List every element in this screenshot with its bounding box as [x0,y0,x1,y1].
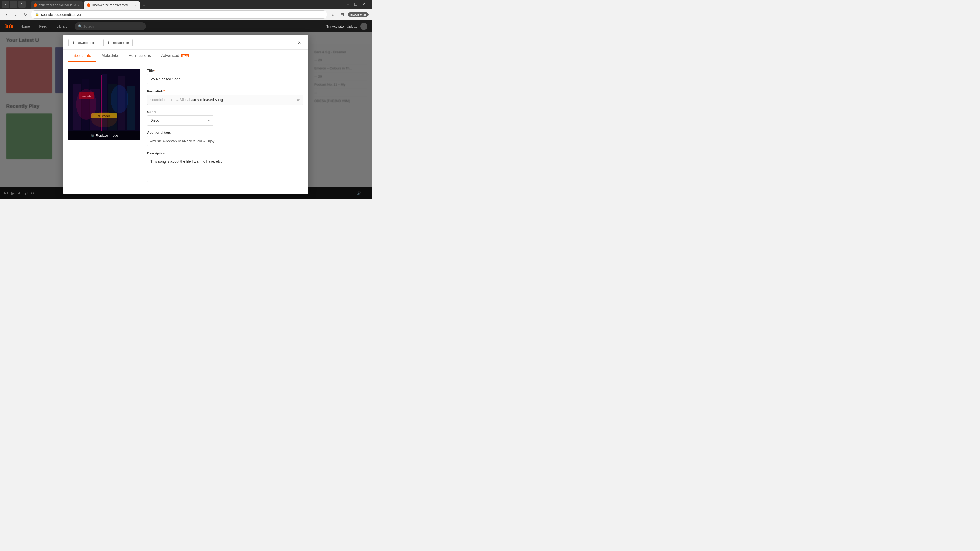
address-text: soundcloud.com/discover [41,13,81,17]
nav-back-btn[interactable]: ‹ [2,1,9,8]
window-control-buttons: − □ × [342,1,369,8]
download-icon: ⬇ [72,41,75,44]
artwork-svg: Coca-Cola CITYWALK [68,68,140,140]
permalink-display: soundcloud.com/a24beaba/my-released-song [147,95,303,105]
tags-label: Additional tags [147,130,303,135]
title-required-star: * [154,68,156,73]
forward-button[interactable]: › [12,11,19,18]
search-placeholder: Search [83,24,94,28]
soundcloud-logo[interactable]: ≋≋ [4,23,13,30]
tags-value: #music #Rockabilly #Rock & Roll #Enjoy [150,139,215,143]
artwork-section: Coca-Cola CITYWALK [68,68,140,188]
description-field-group: Description This song is about the life … [147,151,303,183]
lock-icon: 🔒 [35,13,39,16]
svg-point-20 [91,112,117,127]
permalink-required-star: * [163,89,165,93]
nav-library[interactable]: Library [54,23,69,29]
track-edit-modal: ⬇ Download file ⬆ Replace file × Basic i… [63,35,308,194]
replace-image-text: 📷 Replace image [71,134,137,138]
title-label: Title* [147,68,303,73]
tab2-favicon [87,3,90,7]
replace-icon: ⬆ [107,41,110,44]
address-bar[interactable]: 🔒 soundcloud.com/discover [30,11,328,19]
download-file-button[interactable]: ⬇ Download file [68,39,100,46]
permalink-base: soundcloud.com/a24beaba/ [150,98,194,102]
split-view-button[interactable]: ⊞ [339,11,346,18]
nav-forward-btn[interactable]: › [10,1,18,8]
replace-image-label: Replace image [96,134,118,138]
replace-file-label: Replace file [111,41,129,44]
modal-overlay: ⬇ Download file ⬆ Replace file × Basic i… [0,32,372,199]
tab2-close[interactable]: × [134,3,137,7]
title-field-group: Title* [147,68,303,84]
tab2-label: Discover the top streamed mus... [92,3,133,7]
soundcloud-logo-icon: ≋≋ [4,23,13,30]
replace-image-overlay[interactable]: 📷 Replace image [68,131,140,140]
nav-home[interactable]: Home [18,23,32,29]
description-label: Description [147,151,303,155]
title-input[interactable] [147,74,303,84]
user-avatar[interactable] [360,23,368,30]
tab-advanced[interactable]: Advanced NEW [156,50,194,62]
page-background: ≋≋ Home Feed Library 🔍 Search Try Activa… [0,21,372,199]
bookmark-button[interactable]: ☆ [329,11,337,18]
permalink-field-group: Permalink* soundcloud.com/a24beaba/my-re… [147,89,303,105]
tab-soundcloud-tracks[interactable]: Your tracks on SoundCloud × [30,1,83,9]
maximize-button[interactable]: □ [352,1,360,8]
tab-advanced-label: Advanced [161,53,179,58]
genre-field-group: Genre Disco Pop Rock Hip-Hop Electronic … [147,110,303,125]
search-bar[interactable]: 🔍 Search [75,22,146,30]
genre-label: Genre [147,110,303,114]
nav-right-area: Try Activate Upload [326,23,368,30]
search-icon: 🔍 [78,24,82,28]
try-activate-btn[interactable]: Try Activate [326,24,344,28]
genre-select[interactable]: Disco Pop Rock Hip-Hop Electronic Jazz C… [147,115,213,125]
upload-btn[interactable]: Upload [347,24,357,28]
modal-body: Coca-Cola CITYWALK [63,62,308,194]
permalink-edit-icon[interactable]: ✏ [297,97,300,102]
download-file-label: Download file [76,41,97,44]
permalink-slug: my-released-song [194,98,223,102]
tags-field-group: Additional tags #music #Rockabilly #Rock… [147,130,303,146]
back-button[interactable]: ‹ [3,11,10,18]
camera-icon: 📷 [90,134,94,138]
tags-input[interactable]: #music #Rockabilly #Rock & Roll #Enjoy [147,136,303,146]
incognito-badge[interactable]: Incognito (2) [348,13,369,17]
svg-point-19 [110,85,128,113]
replace-file-button[interactable]: ⬆ Replace file [103,39,133,46]
form-section: Title* Permalink* soundcloud.com/a24beab… [147,68,303,188]
tab1-favicon [34,3,37,7]
modal-close-button[interactable]: × [296,39,303,46]
advanced-new-badge: NEW [181,54,189,57]
soundcloud-topnav: ≋≋ Home Feed Library 🔍 Search Try Activa… [0,21,372,32]
modal-tabs: Basic info Metadata Permissions Advanced… [63,50,308,62]
new-tab-button[interactable]: + [140,2,148,9]
minimize-button[interactable]: − [344,1,351,8]
tab-permissions[interactable]: Permissions [124,50,156,62]
browser-chrome: ‹ › ↻ Your tracks on SoundCloud × Discov… [0,0,372,21]
tab-basic-info[interactable]: Basic info [68,50,96,62]
tab1-label: Your tracks on SoundCloud [39,3,76,7]
nav-reload-btn[interactable]: ↻ [18,1,25,8]
artwork-container: Coca-Cola CITYWALK [68,68,140,140]
tab1-close[interactable]: × [78,3,80,7]
tab-permissions-label: Permissions [129,53,151,58]
address-bar-row: ‹ › ↻ 🔒 soundcloud.com/discover ☆ ⊞ Inco… [0,9,372,21]
artwork-image: Coca-Cola CITYWALK [68,68,140,140]
tab-metadata[interactable]: Metadata [96,50,124,62]
close-button[interactable]: × [360,1,368,8]
tab-metadata-label: Metadata [101,53,118,58]
tabs-bar: Your tracks on SoundCloud × Discover the… [29,0,340,9]
reload-button[interactable]: ↻ [21,11,29,18]
permalink-label: Permalink* [147,89,303,93]
description-textarea[interactable]: This song is about the life I want to ha… [147,157,303,182]
nav-feed[interactable]: Feed [37,23,49,29]
permalink-row: soundcloud.com/a24beaba/my-released-song… [147,95,303,105]
browser-titlebar: ‹ › ↻ Your tracks on SoundCloud × Discov… [0,0,372,9]
window-controls: ‹ › ↻ [2,1,25,8]
tab-basic-info-label: Basic info [73,53,91,58]
tab-discover[interactable]: Discover the top streamed mus... × [84,1,140,9]
modal-header: ⬇ Download file ⬆ Replace file × [63,35,308,50]
svg-point-18 [76,89,97,120]
svg-rect-7 [127,86,135,130]
